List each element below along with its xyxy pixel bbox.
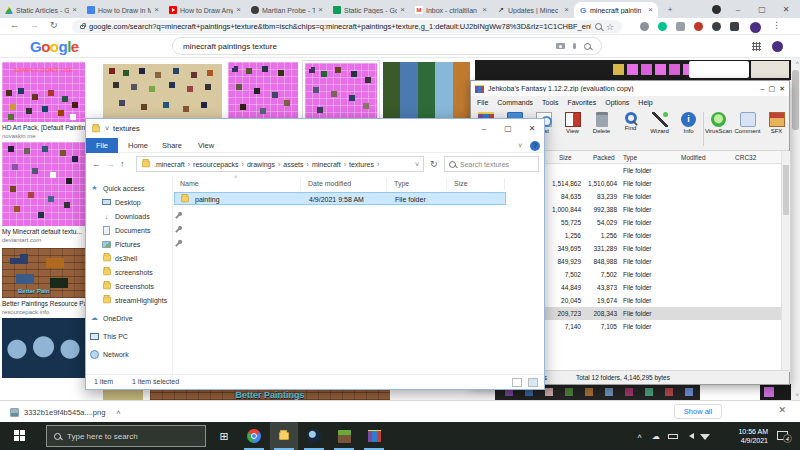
sidebar-item-downloads[interactable]: ↓Downloads — [102, 210, 187, 222]
menu-favorites[interactable]: Favorites — [567, 99, 596, 106]
show-all-button[interactable]: Show all — [674, 404, 722, 419]
ribbon-expand-chevron[interactable]: ˅ — [518, 141, 522, 150]
tab-inbox[interactable]: MInbox - ctrlaltilan× — [410, 2, 492, 18]
image-result[interactable] — [383, 62, 470, 120]
comment-button[interactable]: Comment — [733, 110, 762, 150]
explorer-up-icon[interactable]: ↑ — [120, 159, 125, 169]
sidebar-item-streamhighlights[interactable]: streamHighlights — [102, 294, 187, 306]
winrar-maximize-button[interactable]: ▢ — [769, 85, 776, 93]
winrar-titlebar[interactable]: Jehkoba's Fantasy 1.12.2.zip (evaluation… — [471, 81, 789, 96]
explorer-search-input[interactable]: Search textures — [444, 156, 539, 172]
image-caption[interactable]: HD Art Pack, [Default Paintin... — [2, 124, 85, 132]
address-dropdown-chevron[interactable]: ˅ — [415, 161, 419, 168]
col-size[interactable]: Size — [559, 154, 572, 161]
tab-close-icon[interactable]: × — [154, 6, 159, 14]
crumb[interactable]: .minecraft — [154, 161, 185, 168]
winrar-minimize-button[interactable]: – — [761, 85, 765, 92]
tab-updates[interactable]: ↗Updates | Minec× — [492, 2, 574, 18]
winrar-scrollbar-thumb[interactable] — [783, 165, 789, 215]
col-type[interactable]: Type — [623, 154, 637, 161]
task-view-button[interactable]: ⊞ — [210, 422, 238, 450]
col-modified[interactable]: Modified — [681, 154, 706, 161]
tab-close-icon[interactable]: × — [72, 6, 77, 14]
google-logo[interactable]: Google — [30, 38, 79, 55]
help-icon[interactable]: ? — [530, 141, 540, 151]
taskbar-search-input[interactable]: Type here to search — [46, 425, 206, 447]
volume-icon[interactable] — [689, 433, 694, 439]
col-date-modified[interactable]: Date modified — [308, 180, 351, 187]
sidebar-item-documents[interactable]: Documents — [102, 224, 187, 236]
image-source[interactable]: novaskin.me — [2, 133, 85, 140]
explorer-titlebar[interactable]: ˅ textures – ▢ ✕ — [86, 119, 544, 138]
scroll-up-icon[interactable]: ˄ — [795, 60, 799, 66]
extension-icon-3[interactable] — [712, 22, 721, 31]
download-chevron-icon[interactable]: ˄ — [116, 408, 120, 417]
download-bar-close-icon[interactable]: ✕ — [778, 405, 786, 415]
image-result[interactable]: Better Pain — [2, 248, 85, 298]
info-button[interactable]: iInfo — [674, 110, 703, 150]
menu-help[interactable]: Help — [638, 99, 652, 106]
image-result[interactable] — [2, 318, 85, 378]
back-icon[interactable]: ← — [10, 20, 19, 30]
scrollbar-thumb[interactable] — [792, 70, 799, 130]
google-account-avatar[interactable] — [772, 41, 783, 52]
browser-avatar[interactable] — [750, 22, 761, 33]
extension-icon-1[interactable] — [640, 22, 649, 31]
image-result-selected[interactable] — [303, 61, 379, 121]
bookmark-star-icon[interactable]: ☆ — [606, 22, 614, 32]
ribbon-tab-file[interactable]: File — [86, 138, 118, 153]
taskbar-app-chrome[interactable] — [240, 422, 268, 450]
taskbar-app-minecraft[interactable] — [330, 422, 358, 450]
delete-button[interactable]: Delete — [587, 110, 616, 150]
sidebar-item-onedrive[interactable]: ☁OneDrive — [90, 312, 175, 324]
menu-options[interactable]: Options — [605, 99, 629, 106]
sfx-button[interactable]: SFX — [762, 110, 791, 150]
image-result[interactable] — [228, 62, 298, 120]
zoom-icon[interactable] — [595, 23, 602, 30]
forward-icon[interactable]: → — [30, 20, 39, 30]
image-result[interactable]: SAMPLE DON'T USE — [2, 62, 85, 122]
sidebar-item-quick-access[interactable]: ★Quick access — [90, 182, 175, 194]
google-apps-grid-icon[interactable] — [752, 42, 761, 51]
quick-access-toolbar-chevron[interactable]: ˅ — [105, 125, 109, 132]
crumb[interactable]: resourcepacks — [193, 161, 239, 168]
image-result-strip[interactable] — [475, 60, 791, 80]
taskbar-clock[interactable]: 10:56 AM 4/9/2021 — [738, 428, 768, 446]
image-result[interactable] — [103, 64, 222, 120]
winrar-close-button[interactable]: ✕ — [779, 85, 785, 93]
ribbon-tab-view[interactable]: View — [198, 141, 214, 150]
camera-search-icon[interactable] — [556, 43, 565, 49]
thumbnails-view-icon[interactable] — [528, 378, 538, 387]
scroll-down-icon[interactable]: ˅ — [795, 392, 799, 398]
col-type[interactable]: Type — [394, 180, 409, 187]
search-icon[interactable] — [584, 43, 591, 50]
extension-icon-4[interactable] — [730, 22, 739, 31]
sidebar-item-this-pc[interactable]: This PC — [90, 330, 175, 342]
col-name[interactable]: Name — [180, 180, 199, 187]
wizard-button[interactable]: Wizard — [645, 110, 674, 150]
profile-button[interactable] — [706, 0, 726, 18]
minimize-button[interactable]: – — [728, 0, 748, 18]
image-result[interactable] — [2, 142, 85, 226]
url-field[interactable]: google.com/search?q=minecraft+paintings+… — [72, 20, 622, 33]
tab-how-to-draw-2[interactable]: How to Draw Any× — [164, 2, 246, 18]
sidebar-item-screenshots[interactable]: screenshots — [102, 266, 187, 278]
tray-cloud-icon[interactable]: ☁ — [652, 432, 660, 441]
image-result-strip[interactable] — [760, 384, 791, 400]
tray-chevron-icon[interactable]: ˄ — [637, 432, 642, 441]
breadcrumb[interactable]: .minecraft› resourcepacks› drawings› ass… — [136, 156, 424, 172]
menu-file[interactable]: File — [477, 99, 488, 106]
explorer-back-icon[interactable]: ← — [92, 159, 101, 169]
menu-commands[interactable]: Commands — [497, 99, 533, 106]
tab-minecraft-paintings-active[interactable]: Gminecraft paintin× — [574, 2, 658, 18]
taskbar-app-steam[interactable] — [300, 422, 328, 450]
new-tab-button[interactable]: + — [660, 0, 680, 18]
page-scrollbar[interactable]: ˄ ˅ — [791, 58, 800, 400]
tab-close-icon[interactable]: × — [482, 6, 487, 14]
tab-close-icon[interactable]: × — [236, 6, 241, 14]
action-center-icon[interactable]: 4 — [777, 431, 788, 440]
extension-icon-grammarly[interactable] — [658, 22, 667, 31]
sidebar-item-network[interactable]: Network — [90, 348, 175, 360]
image-caption[interactable]: My Minecraft default textu... — [2, 228, 85, 236]
reload-icon[interactable]: ↻ — [50, 20, 58, 30]
